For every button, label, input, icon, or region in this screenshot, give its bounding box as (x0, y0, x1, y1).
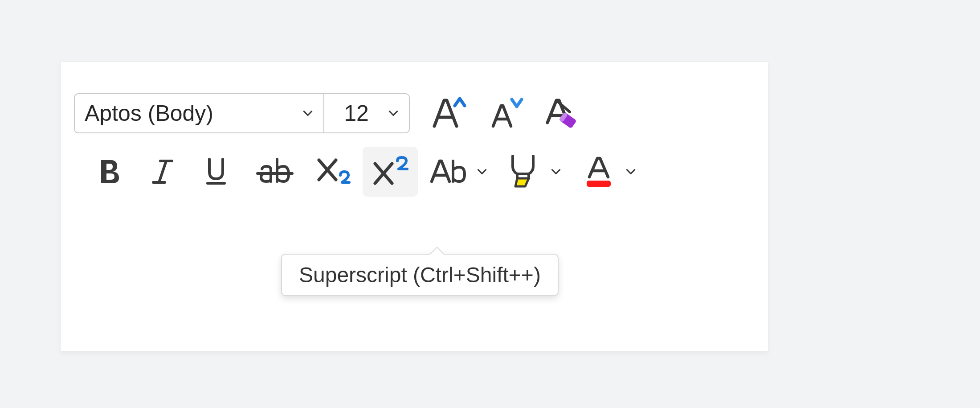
font-color-button[interactable] (578, 147, 619, 197)
subscript-icon (314, 156, 352, 188)
font-row-2 (74, 147, 755, 197)
change-case-caret[interactable] (470, 147, 494, 197)
strikethrough-icon (256, 157, 294, 187)
bold-button[interactable] (87, 147, 131, 197)
decrease-font-size-button[interactable] (480, 93, 529, 133)
svg-line-8 (159, 161, 166, 182)
font-color-caret[interactable] (619, 147, 642, 197)
clear-formatting-icon (542, 96, 583, 131)
font-toolbar-group: Aptos (Body) 12 (60, 62, 768, 351)
font-name-combo[interactable]: Aptos (Body) (75, 94, 324, 132)
change-case-button[interactable] (426, 147, 470, 197)
chevron-down-icon (388, 107, 399, 119)
bold-icon (96, 157, 122, 186)
increase-font-size-button[interactable] (422, 93, 471, 133)
tooltip: Superscript (Ctrl+Shift++) (281, 254, 559, 296)
highlight-caret[interactable] (544, 147, 568, 197)
increase-font-size-icon (427, 96, 466, 131)
highlight-icon (507, 155, 539, 188)
underline-icon (203, 157, 229, 187)
font-size-value: 12 (334, 100, 379, 126)
superscript-icon (371, 156, 410, 188)
change-case-icon (429, 157, 467, 187)
font-combo-group: Aptos (Body) 12 (74, 93, 410, 133)
chevron-down-icon (302, 107, 314, 119)
italic-icon (150, 157, 176, 186)
underline-button[interactable] (194, 147, 238, 197)
svg-rect-24 (587, 181, 611, 187)
highlight-button[interactable] (502, 147, 544, 197)
tooltip-text: Superscript (Ctrl+Shift++) (299, 263, 541, 287)
chevron-down-icon (476, 166, 488, 177)
chevron-down-icon (625, 166, 637, 177)
font-color-icon (583, 155, 614, 189)
tooltip-arrow (429, 247, 445, 255)
font-size-combo[interactable]: 12 (324, 94, 409, 132)
italic-button[interactable] (141, 147, 184, 197)
strikethrough-button[interactable] (250, 147, 299, 197)
chevron-down-icon (550, 166, 562, 177)
font-name-value: Aptos (Body) (85, 100, 302, 126)
decrease-font-size-icon (485, 96, 524, 131)
font-row-1: Aptos (Body) 12 (74, 93, 755, 133)
superscript-button[interactable] (363, 147, 418, 197)
subscript-button[interactable] (309, 147, 357, 197)
clear-formatting-button[interactable] (538, 93, 587, 133)
